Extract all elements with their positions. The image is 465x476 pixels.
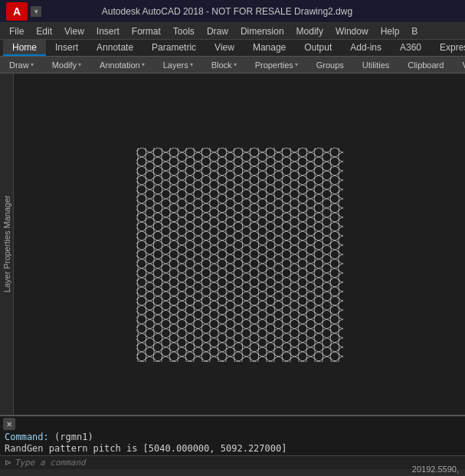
hex-pattern: [136, 148, 343, 362]
layer-properties-sidebar[interactable]: Layer Properties Manager: [0, 73, 14, 415]
ribbon-tab-add-ins[interactable]: Add-ins: [341, 40, 391, 56]
ribbon-tab-view[interactable]: View: [205, 40, 244, 56]
menu-item-tools[interactable]: Tools: [167, 24, 201, 38]
window-title: Autodesk AutoCAD 2018 - NOT FOR RESALE D…: [0, 6, 459, 17]
ribbon-tab-home[interactable]: Home: [3, 40, 46, 56]
ribbon-tab-output[interactable]: Output: [295, 40, 341, 56]
menu-item-modify[interactable]: Modify: [290, 24, 329, 38]
panel-btn-utilities[interactable]: Utilities: [356, 60, 395, 70]
panel-btn-layers[interactable]: Layers▾: [157, 60, 199, 70]
ribbon-tab-a360[interactable]: A360: [391, 40, 431, 56]
menu-item-help[interactable]: Help: [375, 24, 406, 38]
command-input-row[interactable]: ⊳: [0, 455, 465, 469]
menu-item-insert[interactable]: Insert: [90, 24, 126, 38]
hex-canvas: [136, 148, 343, 362]
ribbon-tab-parametric[interactable]: Parametric: [142, 40, 205, 56]
command-input[interactable]: [15, 458, 460, 468]
command-close-row: ✕: [0, 416, 465, 430]
ribbon-tab-insert[interactable]: Insert: [46, 40, 87, 56]
panel-arrow-properties: ▾: [295, 61, 298, 68]
command-value-1: (rgmn1): [54, 432, 93, 442]
command-line-2: RandGen pattern pitch is [5040.000000, 5…: [5, 443, 460, 454]
menu-item-window[interactable]: Window: [329, 24, 375, 38]
panel-btn-groups[interactable]: Groups: [310, 60, 350, 70]
panel-btn-draw[interactable]: Draw▾: [3, 60, 40, 70]
command-line-1: Command: (rgmn1): [5, 432, 460, 442]
panel-btn-properties[interactable]: Properties▾: [249, 60, 304, 70]
panel-btn-modify[interactable]: Modify▾: [46, 60, 87, 70]
menu-item-draw[interactable]: Draw: [201, 24, 234, 38]
title-bar: A ▾ Autodesk AutoCAD 2018 - NOT FOR RESA…: [0, 0, 465, 23]
menu-item-format[interactable]: Format: [126, 24, 167, 38]
command-prompt-icon: ⊳: [5, 458, 11, 468]
menu-item-edit[interactable]: Edit: [30, 24, 58, 38]
coordinates-display: 20192.5590,: [412, 465, 459, 474]
menu-item-view[interactable]: View: [58, 24, 90, 38]
menu-item-dimension[interactable]: Dimension: [234, 24, 290, 38]
command-label: Command:: [5, 432, 49, 442]
drawing-canvas[interactable]: [14, 73, 465, 415]
panel-arrow-modify: ▾: [78, 61, 81, 68]
ribbon-tabs: HomeInsertAnnotateParametricViewManageOu…: [0, 40, 465, 57]
main-area: Layer Properties Manager: [0, 73, 465, 415]
menu-item-file[interactable]: File: [3, 24, 30, 38]
panel-arrow-annotation: ▾: [142, 61, 145, 68]
ribbon-panel: Draw▾Modify▾Annotation▾Layers▾Block▾Prop…: [0, 57, 465, 73]
menu-bar: FileEditViewInsertFormatToolsDrawDimensi…: [0, 23, 465, 40]
command-close-button[interactable]: ✕: [3, 418, 15, 430]
command-area: ✕ Command: (rgmn1) RandGen pattern pitch…: [0, 415, 465, 461]
panel-btn-block[interactable]: Block▾: [205, 60, 243, 70]
command-output: Command: (rgmn1) RandGen pattern pitch i…: [0, 430, 465, 455]
panel-btn-view[interactable]: View▾: [456, 60, 465, 70]
menu-item-b[interactable]: B: [405, 24, 424, 38]
ribbon-tab-express-tools[interactable]: Express Tools: [431, 40, 465, 56]
panel-arrow-block: ▾: [234, 61, 237, 68]
panel-arrow-draw: ▾: [31, 61, 34, 68]
panel-arrow-layers: ▾: [190, 61, 193, 68]
ribbon-tab-annotate[interactable]: Annotate: [87, 40, 142, 56]
panel-btn-clipboard[interactable]: Clipboard: [401, 60, 450, 70]
ribbon-tab-manage[interactable]: Manage: [244, 40, 295, 56]
panel-btn-annotation[interactable]: Annotation▾: [93, 60, 151, 70]
side-tab-label: Layer Properties Manager: [2, 195, 11, 292]
